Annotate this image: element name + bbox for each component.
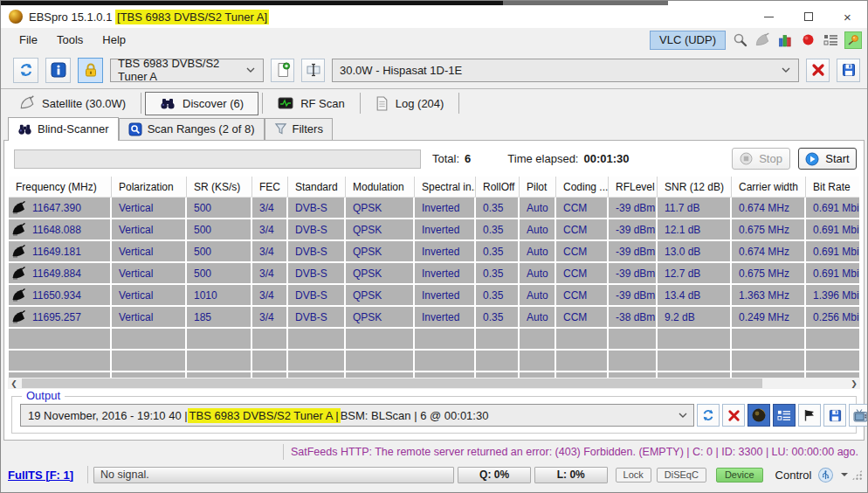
- minimize-icon: [764, 17, 774, 17]
- subtab-filters[interactable]: Filters: [265, 118, 333, 140]
- tab-log[interactable]: Log (204): [364, 92, 456, 115]
- menu-tools[interactable]: Tools: [47, 30, 93, 50]
- cell-coding: CCM: [556, 198, 609, 218]
- output-select-suffix: BSM: BLScan | 6 @ 00:01:30: [341, 409, 489, 422]
- cell-standard: DVB-S: [288, 307, 346, 327]
- col-carrier-width[interactable]: Carrier width: [732, 177, 806, 197]
- cell-bit-rate: 0.691 Mbit/s: [806, 263, 859, 283]
- tuner-select[interactable]: TBS 6983 DVBS/S2 Tuner A: [110, 59, 264, 82]
- tab-discover[interactable]: Discover (6): [145, 92, 258, 115]
- bottom-status-bar: FullTS [F: 1] No signal. Q: 0% L: 0% Loc…: [1, 462, 867, 487]
- tab-rf-scan[interactable]: RF Scan: [266, 93, 356, 115]
- table-horizontal-scrollbar[interactable]: ❮ ❯: [8, 378, 860, 389]
- scan-control-row: Total: 6 Time elapsed: 00:01:30 Stop Sta…: [4, 141, 864, 177]
- col-fec[interactable]: FEC: [252, 177, 288, 197]
- output-row: 19 November, 2016 - 19:10 40 | TBS 6983 …: [12, 397, 856, 427]
- scrollbar-thumb[interactable]: [22, 378, 762, 388]
- satellite-dish-icon: [11, 310, 26, 324]
- main-tab-bar: Satellite (30.0W) Discover (6) RF Scan L…: [1, 89, 867, 117]
- col-coding[interactable]: Coding ...: [556, 177, 609, 197]
- table-row[interactable]: 11650.934 Vertical 1010 3/4 DVB-S QPSK I…: [9, 285, 859, 307]
- tab-separator: [360, 93, 361, 114]
- refresh-devices-button[interactable]: [13, 58, 38, 83]
- stop-button[interactable]: Stop: [732, 148, 790, 170]
- control-label: Control: [775, 469, 812, 482]
- output-delete-button[interactable]: [722, 404, 745, 427]
- table-row[interactable]: 11648.088 Vertical 500 3/4 DVB-S QPSK In…: [9, 219, 859, 241]
- col-snr[interactable]: SNR (12 dB): [658, 177, 732, 197]
- rename-satellite-button[interactable]: [301, 59, 325, 82]
- cell-symbol-rate: 500: [187, 263, 252, 283]
- cell-snr: 12.7 dB: [658, 263, 732, 283]
- diseqc-button[interactable]: DiSEqC: [657, 468, 706, 483]
- output-details-button[interactable]: [773, 404, 796, 427]
- search-button[interactable]: [731, 31, 748, 49]
- cell-fec: 3/4: [252, 285, 288, 305]
- output-flag-button[interactable]: [798, 404, 821, 427]
- subtab-scan-ranges[interactable]: Scan Ranges (2 of 8): [119, 118, 265, 140]
- satellite-tool-button[interactable]: [754, 31, 771, 49]
- table-header-row: Frequency (MHz) Polarization SR (KS/s) F…: [9, 177, 859, 198]
- device-button[interactable]: Device: [716, 468, 763, 483]
- delete-satellite-button[interactable]: [806, 59, 830, 82]
- device-info-button[interactable]: [45, 58, 71, 83]
- menu-help[interactable]: Help: [93, 30, 135, 50]
- fullts-link[interactable]: FullTS [F: 1]: [8, 469, 73, 482]
- col-modulation[interactable]: Modulation: [346, 177, 415, 197]
- add-satellite-button[interactable]: [271, 59, 294, 82]
- col-frequency[interactable]: Frequency (MHz): [9, 177, 112, 197]
- output-save-button[interactable]: [823, 404, 846, 427]
- bar-chart-icon: [778, 33, 792, 47]
- cell-coding: CCM: [556, 219, 609, 240]
- col-bit-rate[interactable]: Bit Rate: [806, 177, 859, 197]
- vlc-udp-button[interactable]: VLC (UDP): [650, 31, 726, 50]
- col-polarization[interactable]: Polarization: [112, 177, 187, 197]
- lock-tuner-button[interactable]: [78, 58, 103, 83]
- table-row[interactable]: 11649.884 Vertical 500 3/4 DVB-S QPSK In…: [9, 263, 859, 285]
- pin-window-button[interactable]: [844, 31, 862, 49]
- resize-grip[interactable]: [851, 469, 863, 481]
- col-rflevel[interactable]: RFLevel: [609, 177, 658, 197]
- satellite-select-value: 30.0W - Hispasat 1D-1E: [340, 64, 462, 77]
- close-icon: ×: [844, 10, 851, 24]
- maximize-button[interactable]: [789, 5, 828, 28]
- table-row[interactable]: 11649.181 Vertical 500 3/4 DVB-S QPSK In…: [9, 241, 859, 263]
- subtab-blind-scanner[interactable]: Blind-Scanner: [8, 117, 119, 141]
- close-button[interactable]: ×: [828, 5, 867, 28]
- col-pilot[interactable]: Pilot: [520, 177, 556, 197]
- save-satellite-button[interactable]: [837, 59, 860, 82]
- usb-control-button[interactable]: [818, 468, 833, 483]
- scroll-left-arrow[interactable]: ❮: [8, 378, 20, 389]
- output-select[interactable]: 19 November, 2016 - 19:10 40 | TBS 6983 …: [20, 404, 694, 427]
- col-standard[interactable]: Standard: [288, 177, 346, 197]
- output-refresh-button[interactable]: [697, 404, 720, 427]
- col-rolloff[interactable]: RollOff: [476, 177, 520, 197]
- cell-frequency: 11649.181: [9, 241, 112, 261]
- lock-icon: [83, 62, 99, 78]
- lock-status-button[interactable]: Lock: [616, 468, 651, 483]
- satellite-select[interactable]: 30.0W - Hispasat 1D-1E: [332, 59, 799, 82]
- scroll-right-arrow[interactable]: ❯: [848, 378, 860, 389]
- table-row[interactable]: 11695.257 Vertical 185 3/4 DVB-S QPSK In…: [9, 307, 859, 329]
- satfeeds-status-row: SatFeeds HTTP: The remote server returne…: [1, 441, 867, 462]
- cell-carrier-width: 1.363 MHz: [732, 285, 806, 305]
- record-button[interactable]: [799, 31, 816, 49]
- minimize-button[interactable]: [749, 5, 789, 28]
- play-icon: [805, 152, 819, 166]
- menu-file[interactable]: File: [10, 30, 47, 50]
- output-web-button[interactable]: [747, 404, 770, 427]
- start-button[interactable]: Start: [798, 148, 857, 170]
- chart-button[interactable]: [776, 31, 794, 49]
- cell-rflevel: -39 dBm: [609, 241, 658, 261]
- control-dropdown-caret[interactable]: [841, 473, 848, 476]
- cell-coding: CCM: [556, 307, 609, 327]
- col-spectral[interactable]: Spectral in...: [415, 177, 476, 197]
- details-view-button[interactable]: [822, 31, 839, 49]
- tab-satellite[interactable]: Satellite (30.0W): [8, 91, 137, 115]
- col-symbol-rate[interactable]: SR (KS/s): [187, 177, 252, 197]
- table-row[interactable]: 11647.390 Vertical 500 3/4 DVB-S QPSK In…: [9, 198, 859, 219]
- satellite-dish-icon: [11, 201, 26, 215]
- menu-bar: File Tools Help VLC (UDP): [1, 28, 867, 52]
- output-preview-button[interactable]: [849, 404, 868, 427]
- cell-rflevel: -39 dBm: [609, 285, 658, 305]
